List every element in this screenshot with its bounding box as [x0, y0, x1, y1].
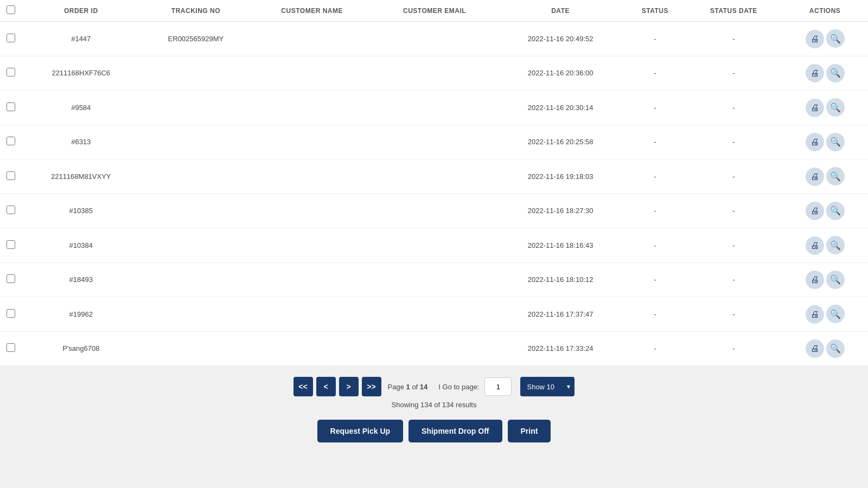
cell-status: -	[624, 91, 686, 125]
cell-customer-email	[373, 297, 496, 332]
row-search-button[interactable]: 🔍	[826, 167, 845, 185]
table-row: #103852022-11-16 18:27:30--🖨🔍	[0, 194, 868, 228]
printer-icon: 🖨	[810, 137, 819, 147]
cell-customer-name	[251, 125, 373, 159]
cell-customer-email	[373, 331, 496, 366]
cell-customer-name	[251, 91, 373, 125]
row-print-button[interactable]: 🖨	[806, 133, 824, 151]
row-print-button[interactable]: 🖨	[806, 168, 824, 186]
prev-page-button[interactable]: <	[316, 377, 336, 396]
cell-actions: 🖨🔍	[782, 22, 868, 56]
cell-status: -	[624, 22, 686, 56]
row-search-button[interactable]: 🔍	[826, 339, 845, 358]
select-all-checkbox[interactable]	[7, 5, 15, 14]
row-print-button[interactable]: 🖨	[806, 202, 824, 220]
next-page-button[interactable]: >	[339, 377, 359, 396]
row-checkbox[interactable]	[7, 309, 15, 318]
row-checkbox[interactable]	[7, 274, 15, 283]
row-search-button[interactable]: 🔍	[826, 29, 845, 48]
cell-status: -	[624, 297, 686, 332]
footer-area: << < > >> Page 1 of 14 I Go to page: Sho…	[0, 366, 868, 470]
cell-date: 2022-11-16 19:18:03	[496, 159, 624, 194]
table-row: #184932022-11-16 18:10:12--🖨🔍	[0, 262, 868, 297]
row-search-button[interactable]: 🔍	[826, 305, 845, 323]
cell-order-id: #9584	[22, 91, 141, 125]
row-search-button[interactable]: 🔍	[826, 98, 845, 117]
cell-status: -	[624, 159, 686, 194]
row-search-button[interactable]: 🔍	[826, 271, 845, 289]
cell-customer-name	[251, 228, 373, 263]
cell-order-id: #18493	[22, 262, 141, 297]
request-pickup-button[interactable]: Request Pick Up	[317, 420, 403, 442]
cell-actions: 🖨🔍	[782, 159, 868, 194]
cell-status-date: -	[686, 262, 782, 297]
row-print-button[interactable]: 🖨	[806, 305, 824, 324]
cell-customer-name	[251, 194, 373, 228]
cell-status-date: -	[686, 91, 782, 125]
cell-actions: 🖨🔍	[782, 125, 868, 159]
magnifier-icon: 🔍	[830, 171, 841, 182]
showing-text: Showing 134 of 134 results	[392, 401, 477, 409]
goto-input[interactable]	[484, 377, 512, 396]
printer-icon: 🖨	[810, 206, 819, 216]
table-row: #199622022-11-16 17:37:47--🖨🔍	[0, 297, 868, 332]
row-checkbox[interactable]	[7, 68, 15, 76]
row-checkbox[interactable]	[7, 206, 15, 214]
last-page-button[interactable]: >>	[362, 377, 381, 396]
table-row: P'sang67082022-11-16 17:33:24--🖨🔍	[0, 331, 868, 366]
cell-date: 2022-11-16 20:49:52	[496, 22, 624, 56]
table-row: 2211168M81VXYY2022-11-16 19:18:03--🖨🔍	[0, 159, 868, 194]
row-print-button[interactable]: 🖨	[806, 339, 824, 358]
magnifier-icon: 🔍	[830, 206, 841, 216]
row-checkbox[interactable]	[7, 102, 15, 111]
row-print-button[interactable]: 🖨	[806, 64, 824, 82]
cell-customer-email	[373, 91, 496, 125]
row-checkbox[interactable]	[7, 34, 15, 42]
cell-status: -	[624, 331, 686, 366]
cell-customer-email	[373, 22, 496, 56]
cell-status: -	[624, 228, 686, 263]
cell-actions: 🖨🔍	[782, 91, 868, 125]
show-select[interactable]: Show 10 Show 20 Show 50 Show 100	[520, 377, 575, 396]
cell-date: 2022-11-16 20:30:14	[496, 91, 624, 125]
cell-order-id: P'sang6708	[22, 331, 141, 366]
current-page: 1	[406, 383, 410, 391]
row-search-button[interactable]: 🔍	[826, 202, 845, 220]
cell-status: -	[624, 125, 686, 159]
cell-status-date: -	[686, 228, 782, 263]
table-row: #95842022-11-16 20:30:14--🖨🔍	[0, 91, 868, 125]
of-text: of	[412, 383, 418, 391]
row-checkbox[interactable]	[7, 343, 15, 352]
print-button[interactable]: Print	[508, 420, 551, 442]
pagination-container: << < > >> Page 1 of 14 I Go to page: Sho…	[0, 366, 868, 448]
row-print-button[interactable]: 🖨	[806, 30, 824, 48]
cell-customer-email	[373, 56, 496, 91]
cell-date: 2022-11-16 20:25:58	[496, 125, 624, 159]
row-print-button[interactable]: 🖨	[806, 99, 824, 117]
row-search-button[interactable]: 🔍	[826, 64, 845, 82]
row-search-button[interactable]: 🔍	[826, 236, 845, 254]
row-print-button[interactable]: 🖨	[806, 271, 824, 289]
table-row: #103842022-11-16 18:16:43--🖨🔍	[0, 228, 868, 263]
shipment-dropoff-button[interactable]: Shipment Drop Off	[409, 420, 502, 442]
orders-table: ORDER ID TRACKING NO CUSTOMER NAME CUSTO…	[0, 0, 868, 366]
row-checkbox[interactable]	[7, 137, 15, 145]
first-page-button[interactable]: <<	[293, 377, 313, 396]
header-actions: ACTIONS	[782, 0, 868, 22]
cell-tracking-no: ER002565929MY	[141, 22, 252, 56]
printer-icon: 🖨	[810, 68, 819, 78]
row-checkbox[interactable]	[7, 171, 15, 180]
show-select-wrapper: Show 10 Show 20 Show 50 Show 100 ▾	[520, 377, 575, 396]
table-body: #1447ER002565929MY2022-11-16 20:49:52--🖨…	[0, 22, 868, 366]
cell-customer-name	[251, 331, 373, 366]
cell-tracking-no	[141, 194, 252, 228]
row-print-button[interactable]: 🖨	[806, 236, 824, 255]
cell-actions: 🖨🔍	[782, 228, 868, 263]
cell-status-date: -	[686, 297, 782, 332]
row-checkbox[interactable]	[7, 240, 15, 249]
cell-date: 2022-11-16 18:16:43	[496, 228, 624, 263]
cell-customer-email	[373, 228, 496, 263]
cell-tracking-no	[141, 228, 252, 263]
pagination-row: << < > >> Page 1 of 14 I Go to page: Sho…	[293, 377, 575, 396]
row-search-button[interactable]: 🔍	[826, 133, 845, 151]
